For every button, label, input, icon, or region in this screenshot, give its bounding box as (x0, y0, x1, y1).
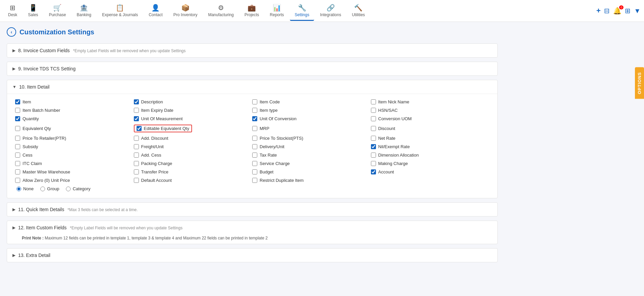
utilities-icon: 🔨 (354, 4, 363, 12)
radio-none-input[interactable] (16, 187, 21, 191)
checkbox-default-account-input[interactable] (134, 178, 139, 183)
nav-item-desk[interactable]: ⊞ Desk (3, 1, 22, 21)
checkbox-account-input[interactable] (371, 169, 376, 174)
checkbox-add-cess-input[interactable] (134, 153, 139, 158)
nav-item-reports[interactable]: 📊 Reports (265, 1, 289, 21)
checkbox-allow-zero-unit-price-input[interactable] (15, 178, 20, 183)
chevron-down-icon[interactable]: ▼ (634, 7, 641, 15)
chevron-down-icon-10: ▼ (12, 85, 16, 89)
checkbox-description-input[interactable] (134, 99, 139, 104)
checkbox-item-label: Item (23, 99, 31, 104)
checkbox-nil-exempt-rate: Nil/Exempt Rate (371, 144, 490, 149)
checkbox-restrict-duplicate-item-input[interactable] (252, 178, 257, 183)
nav-item-projects[interactable]: 💼 Projects (240, 1, 264, 21)
add-button[interactable]: + (596, 6, 601, 15)
nav-label-banking: Banking (77, 12, 91, 17)
checkbox-add-discount-input[interactable] (134, 136, 139, 141)
apps-icon[interactable]: ⊞ (625, 7, 631, 15)
checkbox-cess-input[interactable] (15, 153, 20, 158)
checkbox-item-input[interactable] (15, 99, 20, 104)
checkbox-transfer-price-label: Transfer Price (141, 169, 168, 174)
nav-item-banking[interactable]: 🏦 Banking (72, 1, 96, 21)
section-13-header[interactable]: ▶ 13. Extra Detail (7, 249, 497, 262)
checkbox-itc-claim-input[interactable] (15, 161, 20, 166)
checkbox-mrp-input[interactable] (252, 126, 257, 131)
nav-label-reports: Reports (270, 12, 284, 17)
radio-category[interactable]: Category (66, 186, 90, 191)
radio-group-grouping: None Group Category (15, 186, 489, 191)
checkbox-item-nick-name-input[interactable] (371, 99, 376, 104)
checkbox-item-expiry-date-input[interactable] (134, 108, 139, 113)
options-sidebar[interactable]: OPTIONS (635, 67, 644, 99)
section-10: ▼ 10. Item Detail Item Description Item … (7, 80, 498, 198)
section-10-header[interactable]: ▼ 10. Item Detail (7, 80, 497, 94)
checkbox-unit-of-measurement-input[interactable] (134, 116, 139, 121)
nav-item-integrations[interactable]: 🔗 Integrations (315, 1, 346, 21)
checkbox-unit-of-conversion-input[interactable] (252, 116, 257, 121)
checkbox-making-charge-input[interactable] (371, 161, 376, 166)
nav-item-manufacturing[interactable]: ⚙ Manufacturing (203, 1, 238, 21)
checkbox-delivery-unit-input[interactable] (252, 144, 257, 149)
checkbox-subsidy-input[interactable] (15, 144, 20, 149)
checkbox-discount-input[interactable] (371, 126, 376, 131)
nav-item-pro-inventory[interactable]: 📦 Pro Inventory (169, 1, 202, 21)
checkbox-default-account: Default Account (134, 178, 253, 183)
checkbox-hsn-sac-input[interactable] (371, 108, 376, 113)
checkbox-item-type-input[interactable] (252, 108, 257, 113)
checkbox-quantity-input[interactable] (15, 116, 20, 121)
page-header: ‹ Customization Settings (7, 27, 498, 37)
nav-label-desk: Desk (8, 12, 17, 17)
radio-category-input[interactable] (66, 187, 71, 191)
checkbox-item-batch-number-input[interactable] (15, 108, 20, 113)
contact-icon: 👤 (151, 4, 160, 12)
checkbox-master-wise-warehouse-input[interactable] (15, 169, 20, 174)
section-11-header[interactable]: ▶ 11. Quick Item Details *Max 3 fields c… (7, 203, 497, 216)
page-content: ‹ Customization Settings ▶ 8. Invoice Cu… (0, 22, 504, 272)
nav-item-sales[interactable]: 📱 Sales (23, 1, 43, 21)
back-button[interactable]: ‹ (7, 27, 16, 37)
section-9-header[interactable]: ▶ 9. Invoice TDS TCS Setting (7, 62, 497, 75)
checkbox-packing-charge-input[interactable] (134, 161, 139, 166)
checkbox-editable-equivalent-qty-input[interactable] (137, 126, 142, 131)
page-title: Customization Settings (20, 28, 94, 36)
checkbox-dimension-allocation-input[interactable] (371, 153, 376, 158)
nav-label-projects: Projects (244, 12, 259, 17)
section-12-header[interactable]: ▶ 12. Item Custom Fields *Empty Label Fi… (7, 221, 497, 234)
nav-item-purchase[interactable]: 🛒 Purchase (44, 1, 71, 21)
checkbox-price-to-retailer-input[interactable] (15, 136, 20, 141)
checkbox-price-to-stockist: Price To Stockist(PTS) (252, 136, 371, 141)
integrations-icon: 🔗 (327, 4, 335, 12)
checkbox-hsn-sac-label: HSN/SAC (378, 108, 398, 113)
item-detail-checkboxes: Item Description Item Code Item Nick Nam… (15, 99, 489, 183)
checkbox-nil-exempt-rate-input[interactable] (371, 144, 376, 149)
radio-group[interactable]: Group (40, 186, 59, 191)
nav-item-contact[interactable]: 👤 Contact (144, 1, 167, 21)
checkbox-cess-label: Cess (23, 153, 33, 158)
checkbox-service-charge-input[interactable] (252, 161, 257, 166)
checkbox-conversion-uom-input[interactable] (371, 116, 376, 121)
checkbox-packing-charge-label: Packing Charge (141, 161, 173, 166)
checkbox-transfer-price-input[interactable] (134, 169, 139, 174)
section-11-label: 11. Quick Item Details *Max 3 fields can… (18, 207, 138, 212)
checkbox-allow-zero-unit-price: Allow Zero (0) Unit Price (15, 178, 134, 183)
notification-icon[interactable]: 🔔 0 (613, 7, 621, 15)
checkbox-item-code-input[interactable] (252, 99, 257, 104)
nav-label-manufacturing: Manufacturing (208, 12, 234, 17)
checkbox-net-rate-input[interactable] (371, 136, 376, 141)
nav-item-utilities[interactable]: 🔨 Utilities (347, 1, 370, 21)
checkbox-itc-claim: ITC Claim (15, 161, 134, 166)
nav-item-settings[interactable]: 🔧 Settings (290, 1, 314, 21)
radio-none[interactable]: None (16, 186, 34, 191)
checkbox-budget-input[interactable] (252, 169, 257, 174)
nav-item-expense-journals[interactable]: 📋 Expense & Journals (97, 1, 143, 21)
section-8-header[interactable]: ▶ 8. Invoice Custom Fields *Empty Label … (7, 44, 497, 57)
grid-icon[interactable]: ⊟ (604, 7, 610, 15)
checkbox-tax-rate-input[interactable] (252, 153, 257, 158)
checkbox-equivalent-qty-input[interactable] (15, 126, 20, 131)
radio-group-input[interactable] (40, 187, 45, 191)
checkbox-freight-unit-input[interactable] (134, 144, 139, 149)
checkbox-add-cess: Add. Cess (134, 153, 253, 158)
checkbox-conversion-uom: Conversion UOM (371, 116, 490, 121)
checkbox-subsidy: Subsidy (15, 144, 134, 149)
checkbox-price-to-stockist-input[interactable] (252, 136, 257, 141)
